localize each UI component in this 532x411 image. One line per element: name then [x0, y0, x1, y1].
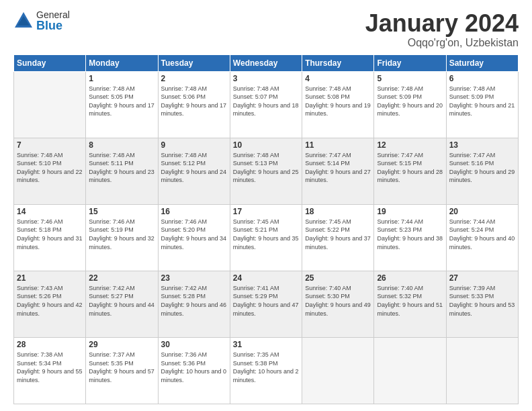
daylight-text: Daylight: 9 hours and 37 minutes. — [305, 235, 371, 250]
sunset-text: Sunset: 5:19 PM — [89, 226, 134, 233]
daylight-text: Daylight: 9 hours and 31 minutes. — [17, 235, 83, 250]
sunset-text: Sunset: 5:11 PM — [89, 160, 134, 167]
sunset-text: Sunset: 5:23 PM — [377, 226, 422, 233]
logo-general: General — [36, 10, 70, 19]
sunset-text: Sunset: 5:06 PM — [161, 93, 206, 100]
sunrise-text: Sunrise: 7:43 AM — [17, 285, 63, 291]
day-info: Sunrise: 7:48 AM Sunset: 5:11 PM Dayligh… — [89, 151, 154, 185]
sunrise-text: Sunrise: 7:42 AM — [161, 285, 208, 291]
day-info: Sunrise: 7:48 AM Sunset: 5:09 PM Dayligh… — [377, 85, 443, 118]
daylight-text: Daylight: 9 hours and 21 minutes. — [449, 102, 515, 118]
sunrise-text: Sunrise: 7:48 AM — [161, 152, 208, 158]
calendar-cell: 14 Sunrise: 7:46 AM Sunset: 5:18 PM Dayl… — [14, 204, 86, 271]
sunset-text: Sunset: 5:09 PM — [449, 93, 494, 100]
calendar-cell: 3 Sunrise: 7:48 AM Sunset: 5:07 PM Dayli… — [230, 71, 302, 138]
day-info: Sunrise: 7:39 AM Sunset: 5:33 PM Dayligh… — [449, 284, 515, 318]
day-info: Sunrise: 7:48 AM Sunset: 5:06 PM Dayligh… — [161, 85, 227, 118]
sunrise-text: Sunrise: 7:48 AM — [17, 152, 63, 158]
day-number: 17 — [233, 207, 299, 216]
calendar-cell: 21 Sunrise: 7:43 AM Sunset: 5:26 PM Dayl… — [14, 271, 86, 337]
col-saturday: Saturday — [446, 54, 518, 71]
daylight-text: Daylight: 9 hours and 17 minutes. — [161, 102, 227, 118]
day-info: Sunrise: 7:45 AM Sunset: 5:22 PM Dayligh… — [305, 218, 371, 251]
calendar-week-row: 28 Sunrise: 7:38 AM Sunset: 5:34 PM Dayl… — [14, 337, 519, 404]
day-number: 2 — [161, 74, 227, 83]
logo-icon — [13, 11, 34, 31]
calendar-cell: 2 Sunrise: 7:48 AM Sunset: 5:06 PM Dayli… — [158, 71, 230, 138]
col-thursday: Thursday — [302, 54, 374, 71]
calendar-cell: 15 Sunrise: 7:46 AM Sunset: 5:19 PM Dayl… — [86, 204, 158, 271]
calendar-cell: 7 Sunrise: 7:48 AM Sunset: 5:10 PM Dayli… — [14, 138, 86, 204]
daylight-text: Daylight: 9 hours and 51 minutes. — [377, 302, 443, 317]
day-info: Sunrise: 7:46 AM Sunset: 5:18 PM Dayligh… — [17, 218, 83, 251]
calendar-cell: 27 Sunrise: 7:39 AM Sunset: 5:33 PM Dayl… — [446, 271, 518, 337]
calendar-cell: 10 Sunrise: 7:48 AM Sunset: 5:13 PM Dayl… — [230, 138, 302, 204]
sunrise-text: Sunrise: 7:48 AM — [305, 85, 351, 92]
logo-blue: Blue — [36, 19, 70, 32]
sunset-text: Sunset: 5:10 PM — [17, 160, 62, 167]
sunrise-text: Sunrise: 7:45 AM — [233, 218, 279, 225]
sunrise-text: Sunrise: 7:48 AM — [161, 85, 208, 92]
day-info: Sunrise: 7:44 AM Sunset: 5:23 PM Dayligh… — [377, 218, 443, 251]
calendar-cell: 22 Sunrise: 7:42 AM Sunset: 5:27 PM Dayl… — [86, 271, 158, 337]
daylight-text: Daylight: 9 hours and 27 minutes. — [305, 169, 371, 184]
sunset-text: Sunset: 5:09 PM — [377, 93, 422, 100]
day-info: Sunrise: 7:45 AM Sunset: 5:21 PM Dayligh… — [233, 218, 299, 251]
calendar-cell — [14, 71, 86, 138]
sunset-text: Sunset: 5:16 PM — [449, 160, 494, 167]
calendar-title: January 2024 — [365, 10, 519, 37]
day-info: Sunrise: 7:47 AM Sunset: 5:15 PM Dayligh… — [377, 151, 443, 185]
calendar-table: Sunday Monday Tuesday Wednesday Thursday… — [13, 54, 519, 404]
daylight-text: Daylight: 9 hours and 28 minutes. — [377, 169, 443, 184]
daylight-text: Daylight: 9 hours and 49 minutes. — [305, 302, 371, 317]
calendar-cell: 24 Sunrise: 7:41 AM Sunset: 5:29 PM Dayl… — [230, 271, 302, 337]
calendar-cell: 12 Sunrise: 7:47 AM Sunset: 5:15 PM Dayl… — [374, 138, 446, 204]
col-monday: Monday — [86, 54, 158, 71]
day-info: Sunrise: 7:48 AM Sunset: 5:13 PM Dayligh… — [233, 151, 299, 185]
sunset-text: Sunset: 5:12 PM — [161, 160, 206, 167]
day-number: 6 — [449, 74, 515, 83]
sunset-text: Sunset: 5:36 PM — [161, 360, 206, 367]
day-number: 12 — [377, 140, 443, 150]
sunrise-text: Sunrise: 7:45 AM — [305, 218, 351, 225]
sunrise-text: Sunrise: 7:48 AM — [233, 85, 279, 92]
title-block: January 2024 Oqqo'rg'on, Uzbekistan — [365, 10, 519, 49]
sunrise-text: Sunrise: 7:44 AM — [377, 218, 423, 225]
daylight-text: Daylight: 9 hours and 57 minutes. — [89, 368, 154, 383]
day-number: 24 — [233, 273, 299, 283]
calendar-cell: 31 Sunrise: 7:35 AM Sunset: 5:38 PM Dayl… — [230, 337, 302, 404]
day-number: 13 — [449, 140, 515, 150]
calendar-cell: 18 Sunrise: 7:45 AM Sunset: 5:22 PM Dayl… — [302, 204, 374, 271]
day-number: 4 — [305, 74, 371, 83]
sunset-text: Sunset: 5:24 PM — [449, 226, 494, 233]
day-number: 14 — [17, 207, 83, 216]
daylight-text: Daylight: 9 hours and 22 minutes. — [17, 169, 83, 184]
sunset-text: Sunset: 5:07 PM — [233, 93, 278, 100]
calendar-cell: 17 Sunrise: 7:45 AM Sunset: 5:21 PM Dayl… — [230, 204, 302, 271]
daylight-text: Daylight: 9 hours and 35 minutes. — [233, 235, 299, 250]
day-number: 10 — [233, 140, 299, 150]
day-info: Sunrise: 7:46 AM Sunset: 5:20 PM Dayligh… — [161, 218, 227, 251]
day-info: Sunrise: 7:36 AM Sunset: 5:36 PM Dayligh… — [161, 351, 227, 384]
day-number: 18 — [305, 207, 371, 216]
day-info: Sunrise: 7:48 AM Sunset: 5:10 PM Dayligh… — [17, 151, 83, 185]
sunrise-text: Sunrise: 7:46 AM — [161, 218, 208, 225]
daylight-text: Daylight: 9 hours and 44 minutes. — [89, 302, 154, 317]
sunrise-text: Sunrise: 7:36 AM — [161, 351, 208, 358]
day-info: Sunrise: 7:41 AM Sunset: 5:29 PM Dayligh… — [233, 284, 299, 318]
day-number: 22 — [89, 273, 154, 283]
daylight-text: Daylight: 9 hours and 25 minutes. — [233, 169, 299, 184]
daylight-text: Daylight: 9 hours and 24 minutes. — [161, 169, 227, 184]
daylight-text: Daylight: 10 hours and 2 minutes. — [233, 368, 299, 383]
sunrise-text: Sunrise: 7:48 AM — [233, 152, 279, 158]
day-info: Sunrise: 7:48 AM Sunset: 5:08 PM Dayligh… — [305, 85, 371, 118]
day-info: Sunrise: 7:35 AM Sunset: 5:38 PM Dayligh… — [233, 351, 299, 384]
sunset-text: Sunset: 5:20 PM — [161, 226, 206, 233]
header-row: Sunday Monday Tuesday Wednesday Thursday… — [14, 54, 519, 71]
daylight-text: Daylight: 9 hours and 55 minutes. — [17, 368, 83, 383]
day-number: 31 — [233, 340, 299, 349]
sunrise-text: Sunrise: 7:38 AM — [17, 351, 63, 358]
sunset-text: Sunset: 5:29 PM — [233, 293, 278, 300]
daylight-text: Daylight: 9 hours and 40 minutes. — [449, 235, 515, 250]
sunrise-text: Sunrise: 7:48 AM — [89, 85, 135, 92]
